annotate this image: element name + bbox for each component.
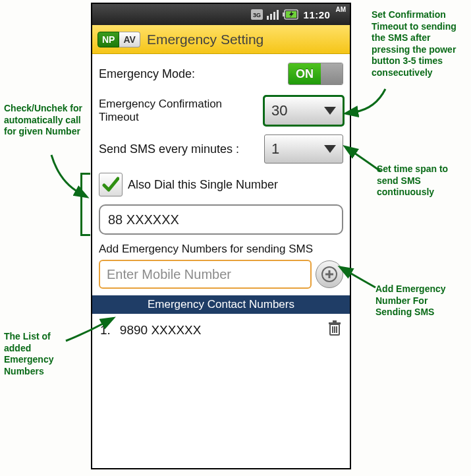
interval-label: Send SMS every minutes :	[99, 142, 239, 156]
interval-value: 1	[271, 140, 279, 158]
add-section-label: Add Emergency Numbers for sending SMS	[99, 243, 343, 256]
dial-checkbox[interactable]	[99, 173, 123, 196]
checkmark-icon	[102, 176, 119, 193]
list-number: 9890 XXXXXX	[120, 323, 202, 338]
contact-list-header: Emergency Contact Numbers	[92, 295, 350, 314]
status-bar: 3G 11:20 AM	[92, 4, 350, 25]
dial-checkbox-label: Also Dial this Single Number	[128, 178, 278, 192]
timeout-spinner[interactable]: 30	[264, 96, 343, 125]
arrow-icon	[349, 146, 385, 176]
content-area: Emergency Mode: ON Emergency Confirmatio…	[92, 54, 350, 353]
phone-frame: 3G 11:20 AM NP AV Emergency Setting Emer…	[91, 3, 351, 469]
emergency-mode-toggle[interactable]: ON	[288, 63, 343, 85]
signal-icon	[267, 9, 279, 20]
annotation-interval: Set time span to send SMS continuously	[377, 164, 462, 198]
delete-button[interactable]	[327, 320, 342, 340]
add-number-placeholder: Enter Mobile Number	[107, 267, 231, 282]
annotation-dial: Check/Unchek for automatically call for …	[4, 103, 88, 138]
annotation-timeout: Set Confirmation Timeout to sending the …	[372, 9, 464, 78]
status-ampm: AM	[335, 6, 346, 13]
arrow-icon	[63, 320, 109, 346]
svg-rect-3	[270, 14, 272, 20]
arrow-icon	[46, 152, 86, 198]
svg-rect-16	[329, 322, 341, 324]
interval-spinner[interactable]: 1	[264, 134, 343, 164]
add-number-input[interactable]: Enter Mobile Number	[99, 260, 312, 289]
plus-icon	[321, 266, 338, 283]
logo-np: NP	[97, 32, 119, 47]
title-bar: NP AV Emergency Setting	[92, 25, 350, 54]
svg-rect-2	[267, 16, 269, 20]
emergency-mode-label: Emergency Mode:	[99, 67, 195, 81]
svg-text:3G: 3G	[253, 12, 261, 18]
dial-number-input[interactable]: 88 XXXXXX	[99, 204, 343, 235]
svg-rect-7	[283, 13, 285, 16]
add-number-button[interactable]	[316, 260, 343, 288]
toggle-off-side	[321, 63, 343, 84]
svg-rect-17	[333, 320, 337, 322]
toggle-on-label: ON	[289, 63, 321, 84]
svg-rect-5	[277, 10, 279, 20]
timeout-label: Emergency Confirmation Timeout	[99, 98, 250, 124]
annotation-add: Add Emergency Number For Sending SMS	[375, 283, 461, 318]
battery-icon	[283, 9, 300, 20]
chevron-down-icon	[324, 107, 336, 115]
chevron-down-icon	[324, 145, 336, 153]
page-title: Emergency Setting	[147, 32, 263, 47]
list-item: 1. 9890 XXXXXX	[99, 314, 343, 346]
dial-number-value: 88 XXXXXX	[108, 212, 179, 227]
svg-rect-4	[273, 12, 275, 20]
network-3g-icon: 3G	[251, 9, 263, 20]
arrow-icon	[344, 269, 380, 292]
status-time: 11:20	[304, 9, 331, 20]
arrow-icon	[349, 86, 389, 119]
timeout-value: 30	[271, 102, 287, 119]
trash-icon	[327, 320, 342, 336]
logo-av: AV	[119, 32, 140, 47]
